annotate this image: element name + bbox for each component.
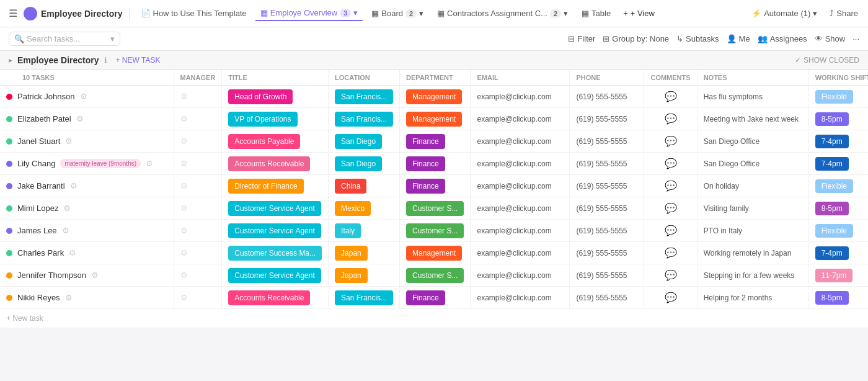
task-name[interactable]: Lily Chang <box>17 159 55 168</box>
gear-icon[interactable]: ⚙ <box>65 137 73 146</box>
table-row[interactable]: James Lee ⚙ ⚙Customer Service AgentItaly… <box>0 220 868 242</box>
task-name[interactable]: Patrick Johnson <box>17 92 75 101</box>
chevron-search-icon[interactable]: ▾ <box>110 34 115 43</box>
gear-icon[interactable]: ⚙ <box>62 226 69 235</box>
table-row[interactable]: Elizabeth Patel ⚙ ⚙VP of OperationsSan F… <box>0 108 868 130</box>
comment-icon[interactable]: 💬 <box>665 181 677 191</box>
email-cell: example@clickup.com <box>471 197 570 220</box>
manager-gear-icon[interactable]: ⚙ <box>180 137 188 146</box>
task-name[interactable]: Janel Stuart <box>17 137 60 146</box>
comment-icon[interactable]: 💬 <box>665 270 677 280</box>
tab-board[interactable]: ▦ Board 2 ▾ <box>366 6 428 20</box>
manager-gear-icon[interactable]: ⚙ <box>180 293 188 302</box>
gear-icon[interactable]: ⚙ <box>80 92 87 101</box>
email-cell: example@clickup.com <box>471 287 570 309</box>
table-row[interactable]: Patrick Johnson ⚙ ⚙Head of GrowthSan Fra… <box>0 86 868 108</box>
assignees-btn[interactable]: 👥 Assignees <box>758 34 807 43</box>
phone-cell: (619) 555-5555 <box>570 175 644 197</box>
tab-table[interactable]: ▦ Table <box>577 6 616 20</box>
comment-icon[interactable]: 💬 <box>665 91 677 102</box>
table-row[interactable]: Nikki Reyes ⚙ ⚙Accounts ReceivableSan Fr… <box>0 287 868 309</box>
manager-gear-icon[interactable]: ⚙ <box>180 114 188 123</box>
email-cell: example@clickup.com <box>471 175 570 197</box>
comment-icon[interactable]: 💬 <box>665 248 677 258</box>
comment-icon[interactable]: 💬 <box>665 114 677 124</box>
shift-cell: Flexible <box>808 220 868 242</box>
automate-btn[interactable]: ⚡ Automate (1) ▾ <box>748 7 821 20</box>
table-row[interactable]: Janel Stuart ⚙ ⚙Accounts PayableSan Dieg… <box>0 130 868 153</box>
show-label: Show <box>825 34 846 43</box>
title-cell: VP of Operations <box>222 108 329 130</box>
notes-cell: San Diego Office <box>697 153 808 175</box>
comments-cell: 💬 <box>644 108 697 130</box>
task-name[interactable]: Jake Barranti <box>17 181 65 191</box>
gear-icon[interactable]: ⚙ <box>65 293 73 302</box>
gear-icon[interactable]: ⚙ <box>63 204 71 213</box>
comment-icon[interactable]: 💬 <box>665 136 677 146</box>
new-task-row[interactable]: + New task <box>0 309 868 328</box>
nav-actions: ⚡ Automate (1) ▾ ⤴ Share <box>748 7 862 20</box>
section-info-icon[interactable]: ℹ <box>104 56 107 65</box>
table-row[interactable]: Charles Park ⚙ ⚙Customer Success Ma...Ja… <box>0 242 868 264</box>
me-btn[interactable]: 👤 Me <box>727 34 750 43</box>
comment-icon[interactable]: 💬 <box>665 203 677 213</box>
gear-icon[interactable]: ⚙ <box>146 159 153 168</box>
task-name[interactable]: Charles Park <box>17 248 64 258</box>
collapse-section-btn[interactable]: ▸ <box>9 56 12 65</box>
table-row[interactable]: Lily Chang maternity leave (9months) ⚙ ⚙… <box>0 153 868 175</box>
gear-icon[interactable]: ⚙ <box>91 271 99 280</box>
tab-employee-overview[interactable]: ▦ Employe Overview 3 ▾ <box>255 6 363 21</box>
share-btn[interactable]: ⤴ Share <box>826 7 862 20</box>
nav-divider-1 <box>129 7 130 20</box>
notes-value: Meeting with Jake next week <box>704 115 799 123</box>
add-view-btn[interactable]: + + View <box>619 7 658 20</box>
title-cell: Accounts Receivable <box>222 153 329 175</box>
manager-gear-icon[interactable]: ⚙ <box>180 271 188 280</box>
task-name[interactable]: Nikki Reyes <box>17 293 60 302</box>
notes-cell: San Diego Office <box>697 130 808 153</box>
gear-icon[interactable]: ⚙ <box>76 114 84 123</box>
table-row[interactable]: Jennifer Thompson ⚙ ⚙Customer Service Ag… <box>0 264 868 287</box>
department-badge: Management <box>406 112 462 127</box>
subtasks-btn[interactable]: ↳ Subtasks <box>676 34 719 43</box>
title-cell: Customer Service Agent <box>222 197 329 220</box>
shift-cell: 11-7pm <box>808 264 868 287</box>
show-closed-btn[interactable]: ✓ SHOW CLOSED <box>795 56 859 65</box>
manager-gear-icon[interactable]: ⚙ <box>180 181 188 191</box>
task-name[interactable]: Jennifer Thompson <box>17 271 86 280</box>
top-nav: ☰ Employee Directory 📄 How to Use This T… <box>0 0 868 27</box>
location-cell: Japan <box>329 264 400 287</box>
manager-gear-icon[interactable]: ⚙ <box>180 226 188 235</box>
gear-icon[interactable]: ⚙ <box>70 181 78 191</box>
search-box[interactable]: 🔍 Search tasks... ▾ <box>9 32 120 46</box>
more-options-btn[interactable]: ··· <box>852 34 859 43</box>
new-task-label[interactable]: + New task <box>0 309 868 328</box>
filter-btn[interactable]: ⊟ Filter <box>568 34 595 43</box>
task-name[interactable]: Elizabeth Patel <box>17 114 71 123</box>
manager-gear-icon[interactable]: ⚙ <box>180 204 188 213</box>
hamburger-menu[interactable]: ☰ <box>6 5 20 22</box>
table-row[interactable]: Jake Barranti ⚙ ⚙Director of FinanceChin… <box>0 175 868 197</box>
more-icon: ··· <box>852 34 859 43</box>
search-placeholder: Search tasks... <box>27 34 80 43</box>
notes-cell: PTO in Italy <box>697 220 808 242</box>
group-by-btn[interactable]: ⊞ Group by: None <box>603 34 669 43</box>
new-task-btn[interactable]: + NEW TASK <box>112 55 164 66</box>
table-row[interactable]: Mimi Lopez ⚙ ⚙Customer Service AgentMexi… <box>0 197 868 220</box>
table-header: 10 TASKS MANAGER TITLE LOCATION DEPARTME… <box>0 70 868 86</box>
location-cell: San Diego <box>329 130 400 153</box>
tab-emp-overview-label: Employe Overview <box>270 8 337 17</box>
manager-cell: ⚙ <box>174 220 222 242</box>
gear-icon[interactable]: ⚙ <box>69 248 76 258</box>
tab-contractors[interactable]: ▦ Contractors Assignment C... 2 ▾ <box>432 6 573 20</box>
task-name[interactable]: James Lee <box>17 226 57 235</box>
tab-how-to-use[interactable]: 📄 How to Use This Template <box>136 6 252 20</box>
task-name[interactable]: Mimi Lopez <box>17 204 58 213</box>
manager-gear-icon[interactable]: ⚙ <box>180 248 188 258</box>
comment-icon[interactable]: 💬 <box>665 225 677 236</box>
comment-icon[interactable]: 💬 <box>665 292 677 303</box>
manager-gear-icon[interactable]: ⚙ <box>180 92 188 101</box>
show-btn[interactable]: 👁 Show <box>815 34 846 43</box>
comment-icon[interactable]: 💬 <box>665 158 677 169</box>
manager-gear-icon[interactable]: ⚙ <box>180 159 188 168</box>
